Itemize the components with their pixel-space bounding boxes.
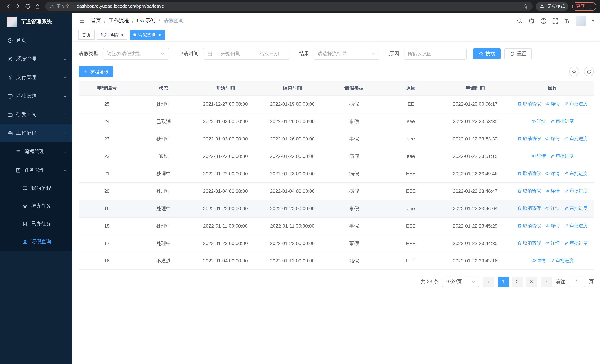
table-row[interactable]: 20处理中2022-01-04 00:00:002022-01-04 00:00… <box>79 182 594 200</box>
update-menu-chip[interactable]: 更新 ⋮ <box>572 2 596 10</box>
sidebar-item-system[interactable]: 系统管理 <box>0 50 72 68</box>
search-button[interactable]: 搜索 <box>473 48 501 59</box>
url-text[interactable]: dashboard.yudao.iocoder.cn/bpm/oa/leave <box>77 4 523 9</box>
detail-action-link[interactable]: 详情 <box>545 170 560 177</box>
github-icon[interactable] <box>529 18 535 24</box>
tab-process-detail[interactable]: 流程详情× <box>97 30 127 40</box>
progress-action-link[interactable]: 审批进度 <box>564 136 588 142</box>
cancel-action-link[interactable]: 取消请假 <box>517 101 541 107</box>
create-leave-button[interactable]: 发起请假 <box>79 66 113 77</box>
goto-page-input[interactable] <box>569 276 585 287</box>
sidebar-item-process-mgmt[interactable]: 流程管理 <box>0 142 72 161</box>
forward-button[interactable] <box>13 1 23 11</box>
table-row[interactable]: 22通过2022-01-22 00:00:002022-01-22 00:00:… <box>79 148 594 165</box>
cell-leave-type: 事假 <box>326 113 383 130</box>
page-button-3[interactable]: 3 <box>526 276 537 287</box>
fullscreen-icon[interactable] <box>552 18 559 24</box>
close-icon[interactable]: × <box>121 32 124 37</box>
table-row[interactable]: 21处理中2022-01-22 00:00:002022-01-23 00:00… <box>79 165 594 182</box>
sidebar-item-my-process[interactable]: 我的流程 <box>0 179 72 197</box>
progress-action-link[interactable]: 审批进度 <box>550 153 574 159</box>
progress-action-link[interactable]: 审批进度 <box>564 205 588 212</box>
sidebar-item-task-mgmt[interactable]: 任务管理 <box>0 161 72 179</box>
cancel-action-link[interactable]: 取消请假 <box>517 223 541 229</box>
search-icon[interactable] <box>517 18 523 24</box>
next-page-button[interactable]: › <box>541 276 552 287</box>
table-row[interactable]: 23处理中2022-01-03 00:00:002022-01-26 00:00… <box>79 130 594 148</box>
address-bar[interactable]: 不安全 dashboard.yudao.iocoder.cn/bpm/oa/le… <box>45 2 533 11</box>
detail-action-link[interactable]: 详情 <box>545 223 560 229</box>
progress-action-link[interactable]: 审批进度 <box>564 101 588 107</box>
breadcrumb-item[interactable]: 工作流程 <box>109 18 129 24</box>
browser-menu-icon[interactable]: ⋮ <box>588 3 593 9</box>
progress-action-link[interactable]: 审批进度 <box>564 170 588 177</box>
tab-home[interactable]: 首页 <box>78 30 94 40</box>
page-size-select[interactable]: 10条/页 <box>442 276 479 287</box>
user-avatar[interactable] <box>576 16 586 26</box>
home-button[interactable] <box>33 1 42 11</box>
refresh-table-icon[interactable] <box>584 67 594 76</box>
sidebar-item-devtools[interactable]: 研发工具 <box>0 105 72 124</box>
detail-action-link[interactable]: 详情 <box>545 136 560 142</box>
cancel-action-link[interactable]: 取消请假 <box>517 188 541 194</box>
detail-action-link[interactable]: 详情 <box>545 205 560 212</box>
detail-action-link[interactable]: 详情 <box>545 101 560 107</box>
sidebar-item-todo-tasks[interactable]: 待办任务 <box>0 197 72 215</box>
chevron-down-icon <box>63 149 67 154</box>
progress-action-link[interactable]: 审批进度 <box>550 118 574 125</box>
sidebar-item-infra[interactable]: 基础设施 <box>0 87 72 105</box>
reload-button[interactable] <box>23 1 33 11</box>
detail-action-link[interactable]: 详情 <box>531 258 546 264</box>
cancel-action-link[interactable]: 取消请假 <box>517 136 541 142</box>
page-button-2[interactable]: 2 <box>512 276 523 287</box>
page-button-1[interactable]: 1 <box>498 276 509 287</box>
bookmark-star-icon[interactable] <box>523 3 528 9</box>
toggle-search-icon[interactable] <box>569 67 579 76</box>
sidebar-item-leave-query[interactable]: 请假查询 <box>0 233 72 251</box>
leave-query-icon <box>22 239 28 244</box>
reason-input[interactable] <box>403 48 467 60</box>
table-row[interactable]: 17处理中2022-01-22 00:00:002022-01-22 00:00… <box>79 235 594 252</box>
security-label[interactable]: 不安全 <box>56 3 70 9</box>
avatar-dropdown-caret-icon[interactable]: ▾ <box>592 18 594 23</box>
progress-action-link[interactable]: 审批进度 <box>564 240 588 246</box>
help-icon[interactable] <box>541 18 547 24</box>
result-select[interactable]: 请选择流结果 <box>314 48 379 60</box>
sidebar-item-workflow[interactable]: 工作流程 <box>0 124 72 142</box>
detail-action-link[interactable]: 详情 <box>545 240 560 246</box>
table-row[interactable]: 18处理中2022-01-11 00:00:002022-01-11 00:00… <box>79 217 594 235</box>
sidebar-item-done-tasks[interactable]: 已办任务 <box>0 215 72 233</box>
cell-status: 处理中 <box>135 95 192 113</box>
progress-action-link[interactable]: 审批进度 <box>564 223 588 229</box>
cancel-action-link[interactable]: 取消请假 <box>517 240 541 246</box>
close-icon[interactable]: × <box>159 32 161 37</box>
sidebar-item-home[interactable]: 首页 <box>0 31 72 50</box>
font-size-icon[interactable] <box>564 18 571 24</box>
not-secure-warning-icon <box>50 4 55 9</box>
tab-leave-query[interactable]: 请假查询× <box>130 30 165 40</box>
sidebar-toggle-icon[interactable] <box>78 18 85 24</box>
table-row[interactable]: 24已取消2022-01-03 00:00:002022-01-26 00:00… <box>79 113 594 130</box>
prev-page-button[interactable]: ‹ <box>483 276 494 287</box>
reset-button[interactable]: 重置 <box>504 48 532 59</box>
breadcrumb-item[interactable]: 首页 <box>91 18 101 24</box>
table-row[interactable]: 19处理中2022-01-22 00:00:002022-01-22 00:00… <box>79 200 594 217</box>
breadcrumb-separator: / <box>132 18 134 24</box>
cancel-action-link[interactable]: 取消请假 <box>517 205 541 212</box>
detail-action-link[interactable]: 详情 <box>545 188 560 194</box>
progress-action-link[interactable]: 审批进度 <box>564 188 588 194</box>
update-label: 更新 <box>576 3 585 9</box>
app-logo[interactable]: 芋道管理系统 <box>0 13 72 31</box>
table-row[interactable]: 25处理中2021-12-27 00:00:002022-01-19 00:00… <box>79 95 594 113</box>
apply-time-range-picker[interactable]: 开始日期 - 结束日期 <box>203 48 290 60</box>
cancel-action-link[interactable]: 取消请假 <box>517 170 541 177</box>
detail-action-link[interactable]: 详情 <box>531 118 546 125</box>
sidebar-item-payment[interactable]: 支付管理 <box>0 68 72 87</box>
eye-icon <box>545 137 550 141</box>
back-button[interactable] <box>4 1 13 11</box>
breadcrumb-item[interactable]: OA 示例 <box>137 18 155 24</box>
table-row[interactable]: 16不通过2022-01-04 00:00:002022-01-13 00:00… <box>79 252 594 270</box>
detail-action-link[interactable]: 详情 <box>531 153 546 159</box>
leave-type-select[interactable]: 请选择请假类型 <box>103 48 169 60</box>
progress-action-link[interactable]: 审批进度 <box>550 258 574 264</box>
